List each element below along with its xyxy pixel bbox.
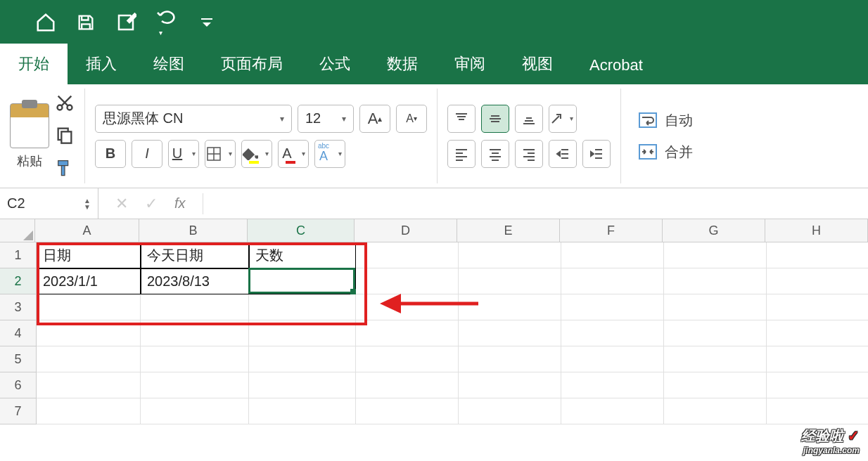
cell[interactable]: [459, 372, 561, 398]
tab-acrobat[interactable]: Acrobat: [571, 46, 661, 84]
cell[interactable]: [664, 268, 767, 294]
cell[interactable]: [767, 398, 868, 424]
cell[interactable]: [141, 398, 249, 424]
cell[interactable]: [664, 320, 767, 346]
cell[interactable]: [459, 268, 561, 294]
cell[interactable]: [356, 398, 459, 424]
home-icon[interactable]: [35, 12, 56, 33]
cell[interactable]: [459, 398, 561, 424]
row-header-3[interactable]: 3: [0, 294, 37, 320]
merge-cells-button[interactable]: 合并: [638, 143, 693, 162]
cell[interactable]: [249, 398, 356, 424]
data-cell[interactable]: 天数: [249, 242, 356, 268]
cell[interactable]: [767, 320, 868, 346]
fx-icon[interactable]: fx: [174, 195, 186, 212]
row-header-4[interactable]: 4: [0, 320, 37, 346]
cell[interactable]: [141, 372, 249, 398]
cell[interactable]: [767, 294, 868, 320]
align-top-button[interactable]: [447, 105, 476, 133]
col-header-F[interactable]: F: [560, 219, 663, 242]
cell[interactable]: [37, 346, 141, 372]
cell[interactable]: [767, 268, 868, 294]
cell[interactable]: [459, 242, 561, 268]
data-cell[interactable]: 2023/8/13: [141, 268, 249, 294]
phonetic-guide-button[interactable]: abc A: [314, 140, 345, 168]
cell[interactable]: [37, 320, 141, 346]
format-painter-icon[interactable]: [55, 157, 75, 180]
cell[interactable]: [37, 398, 141, 424]
cell[interactable]: [249, 294, 356, 320]
col-header-H[interactable]: H: [765, 219, 868, 242]
save-icon[interactable]: [76, 13, 96, 32]
paste-icon[interactable]: [10, 103, 49, 148]
tab-view[interactable]: 视图: [504, 44, 571, 84]
col-header-G[interactable]: G: [663, 219, 765, 242]
cell[interactable]: [141, 320, 249, 346]
customize-qat-icon[interactable]: [200, 15, 214, 30]
font-size-combo[interactable]: 12 ▾: [298, 105, 354, 133]
tab-page-layout[interactable]: 页面布局: [203, 44, 301, 84]
cell[interactable]: [664, 242, 767, 268]
cell[interactable]: [37, 294, 141, 320]
data-cell[interactable]: 今天日期: [141, 242, 249, 268]
tab-review[interactable]: 审阅: [436, 44, 504, 84]
cell[interactable]: [561, 372, 664, 398]
wrap-text-button[interactable]: 自动: [638, 111, 693, 130]
cell[interactable]: [561, 268, 664, 294]
tab-insert[interactable]: 插入: [68, 44, 135, 84]
col-header-D[interactable]: D: [355, 219, 457, 242]
cell[interactable]: [141, 294, 249, 320]
cell[interactable]: [459, 294, 561, 320]
col-header-A[interactable]: A: [35, 219, 139, 242]
cell[interactable]: [356, 372, 459, 398]
tab-formulas[interactable]: 公式: [301, 44, 369, 84]
col-header-C[interactable]: C: [248, 219, 355, 242]
cell[interactable]: [356, 320, 459, 346]
font-color-button[interactable]: A: [278, 140, 309, 168]
cell[interactable]: [356, 268, 459, 294]
increase-indent-button[interactable]: [582, 140, 611, 168]
tab-draw[interactable]: 绘图: [135, 44, 203, 84]
accept-formula-icon[interactable]: ✓: [145, 195, 158, 213]
row-header-5[interactable]: 5: [0, 346, 37, 372]
borders-button[interactable]: [205, 140, 236, 168]
cell[interactable]: [459, 320, 561, 346]
cell[interactable]: [561, 346, 664, 372]
tab-home[interactable]: 开始: [0, 44, 68, 84]
cell[interactable]: [561, 320, 664, 346]
row-header-1[interactable]: 1: [0, 242, 37, 268]
underline-button[interactable]: U: [168, 140, 199, 168]
paste-label[interactable]: 粘贴: [17, 152, 42, 169]
data-cell[interactable]: 日期: [37, 242, 141, 268]
undo-icon[interactable]: ▾: [156, 7, 180, 38]
cell[interactable]: [459, 346, 561, 372]
data-cell[interactable]: 2023/1/1: [37, 268, 141, 294]
align-bottom-button[interactable]: [515, 105, 543, 133]
cell[interactable]: [141, 346, 249, 372]
cell[interactable]: [664, 346, 767, 372]
cell[interactable]: [767, 346, 868, 372]
cell[interactable]: [356, 346, 459, 372]
italic-button[interactable]: I: [132, 140, 162, 168]
col-header-E[interactable]: E: [457, 219, 560, 242]
save-edit-icon[interactable]: [115, 12, 136, 33]
fill-color-button[interactable]: [241, 140, 272, 168]
align-middle-button[interactable]: [481, 105, 509, 133]
row-header-6[interactable]: 6: [0, 372, 37, 398]
cell[interactable]: [561, 242, 664, 268]
cell[interactable]: [664, 294, 767, 320]
bold-button[interactable]: B: [95, 140, 126, 168]
decrease-indent-button[interactable]: [549, 140, 577, 168]
cell[interactable]: [356, 294, 459, 320]
tab-data[interactable]: 数据: [369, 44, 436, 84]
cell[interactable]: [249, 320, 356, 346]
decrease-font-button[interactable]: A▾: [396, 105, 427, 133]
data-cell[interactable]: [249, 268, 356, 294]
cell[interactable]: [767, 242, 868, 268]
font-name-combo[interactable]: 思源黑体 CN ▾: [95, 105, 292, 133]
increase-font-button[interactable]: A▴: [359, 105, 390, 133]
cell[interactable]: [249, 346, 356, 372]
col-header-B[interactable]: B: [139, 219, 248, 242]
align-right-button[interactable]: [515, 140, 543, 168]
copy-icon[interactable]: [55, 125, 75, 148]
